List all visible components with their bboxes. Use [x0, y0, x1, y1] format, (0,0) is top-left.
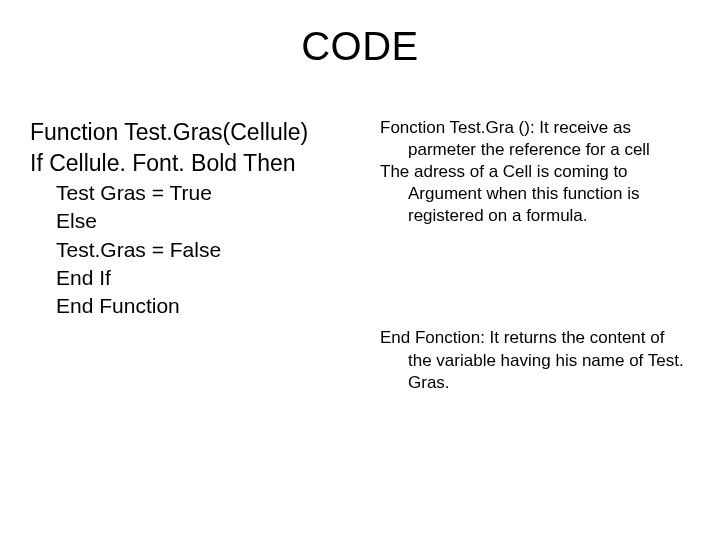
description-paragraph-1b: The adress of a Cell is coming to Argume…	[380, 161, 690, 227]
description-paragraph-1a: Fonction Test.Gra (): It receive as parm…	[380, 117, 690, 161]
content-columns: Function Test.Gras(Cellule) If Cellule. …	[30, 117, 690, 394]
code-line-7: End Function	[30, 292, 370, 320]
slide-title: CODE	[30, 24, 690, 69]
code-column: Function Test.Gras(Cellule) If Cellule. …	[30, 117, 370, 394]
code-line-4: Else	[30, 207, 370, 235]
code-line-1: Function Test.Gras(Cellule)	[30, 117, 370, 148]
slide: CODE Function Test.Gras(Cellule) If Cell…	[0, 0, 720, 540]
code-line-6: End If	[30, 264, 370, 292]
code-line-5: Test.Gras = False	[30, 236, 370, 264]
description-paragraph-2: End Fonction: It returns the content of …	[380, 327, 690, 393]
code-line-2: If Cellule. Font. Bold Then	[30, 148, 370, 179]
description-column: Fonction Test.Gra (): It receive as parm…	[380, 117, 690, 394]
code-line-3: Test Gras = True	[30, 179, 370, 207]
